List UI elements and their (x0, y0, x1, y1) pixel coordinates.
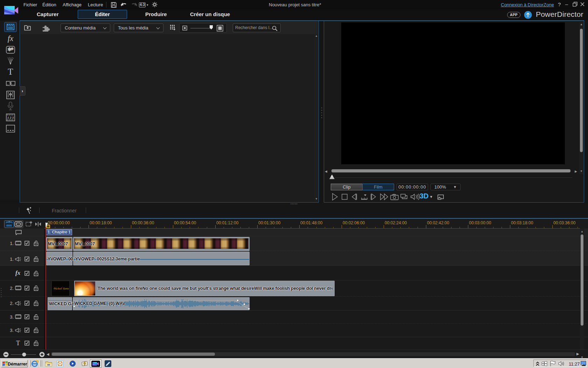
svg-text:1 2 3: 1 2 3 (7, 116, 14, 120)
svg-text:✱: ✱ (10, 47, 14, 51)
